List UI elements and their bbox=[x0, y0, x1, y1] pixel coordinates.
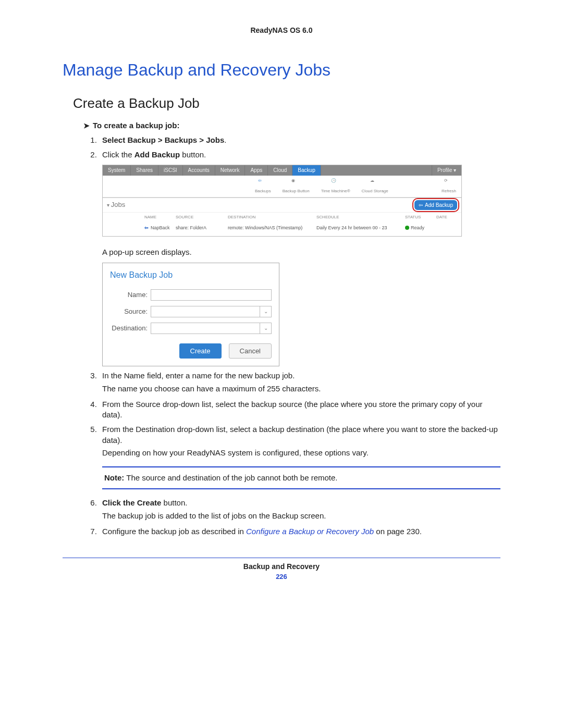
step-6: Click the Create button. The backup job … bbox=[99, 498, 500, 521]
heading-1: Manage Backup and Recovery Jobs bbox=[63, 60, 500, 80]
add-backup-icon: ⇦ bbox=[419, 202, 423, 209]
jobs-panel-header: Jobs ⇦ Add Backup bbox=[103, 198, 461, 213]
arrow-icon: ➤ bbox=[83, 121, 90, 130]
footer-rule bbox=[63, 558, 500, 558]
toolbar-backups[interactable]: ⇦ Backups bbox=[255, 178, 271, 194]
jobs-title: Jobs bbox=[107, 200, 125, 209]
table-row[interactable]: ⇦NapBack share: FolderA remote: Windows/… bbox=[103, 223, 461, 236]
name-label: Name: bbox=[110, 290, 151, 300]
popup-intro-text: A pop-up screen displays. bbox=[102, 247, 500, 257]
tab-backup[interactable]: Backup bbox=[292, 165, 321, 176]
tab-accounts[interactable]: Accounts bbox=[183, 165, 215, 176]
cancel-button[interactable]: Cancel bbox=[229, 343, 272, 359]
step-7: Configure the backup job as described in… bbox=[99, 526, 500, 537]
step-list: Select Backup > Backups > Jobs. Click th… bbox=[99, 135, 500, 537]
cloud-icon: ☁ bbox=[370, 178, 380, 188]
note-block: Note: The source and destination of the … bbox=[102, 466, 500, 489]
destination-field[interactable] bbox=[151, 323, 260, 334]
step-3: In the Name field, enter a name for the … bbox=[99, 371, 500, 394]
job-icon: ⇦ bbox=[144, 225, 149, 231]
toolbar: ⇦ Backups ◉ Backup Button 🕒 Time Machine… bbox=[103, 176, 461, 198]
footer-page-number: 226 bbox=[63, 573, 500, 581]
clock-icon: 🕒 bbox=[331, 178, 340, 188]
destination-label: Destination: bbox=[110, 324, 151, 333]
nav-tabs: System Shares iSCSI Accounts Network App… bbox=[103, 165, 461, 176]
step-2: Click the Add Backup button. System Shar… bbox=[99, 150, 500, 366]
refresh-icon: ⟳ bbox=[444, 178, 454, 188]
cross-ref-link[interactable]: Configure a Backup or Recovery Job bbox=[246, 527, 374, 536]
source-field[interactable] bbox=[151, 306, 260, 317]
profile-menu[interactable]: Profile ▾ bbox=[432, 165, 461, 176]
status-dot-icon bbox=[405, 226, 409, 230]
footer-section: Backup and Recovery bbox=[63, 562, 500, 571]
add-backup-button[interactable]: ⇦ Add Backup bbox=[414, 200, 457, 211]
tab-cloud[interactable]: Cloud bbox=[268, 165, 292, 176]
toolbar-time-machine[interactable]: 🕒 Time Machine® bbox=[321, 178, 350, 194]
create-button[interactable]: Create bbox=[179, 343, 222, 359]
name-field[interactable] bbox=[151, 289, 272, 301]
step-1: Select Backup > Backups > Jobs. bbox=[99, 135, 500, 145]
tab-system[interactable]: System bbox=[103, 165, 131, 176]
app-screenshot: System Shares iSCSI Accounts Network App… bbox=[102, 165, 462, 237]
tab-shares[interactable]: Shares bbox=[131, 165, 158, 176]
backups-icon: ⇦ bbox=[258, 178, 267, 188]
task-heading: ➤To create a backup job: bbox=[83, 121, 500, 130]
dialog-screenshot: New Backup Job Name: Source: ⌄ Destinati… bbox=[102, 263, 279, 366]
destination-dropdown-icon[interactable]: ⌄ bbox=[260, 323, 272, 334]
dialog-title: New Backup Job bbox=[110, 269, 272, 281]
step-4: From the Source drop-down list, select t… bbox=[99, 399, 500, 421]
source-dropdown-icon[interactable]: ⌄ bbox=[260, 306, 272, 317]
source-label: Source: bbox=[110, 307, 151, 316]
tab-network[interactable]: Network bbox=[215, 165, 246, 176]
heading-2: Create a Backup Job bbox=[73, 95, 500, 112]
toolbar-backup-button[interactable]: ◉ Backup Button bbox=[283, 178, 310, 194]
toolbar-refresh[interactable]: ⟳ Refresh bbox=[442, 178, 456, 194]
table-header: NAME SOURCE DESTINATION SCHEDULE STATUS … bbox=[103, 212, 461, 223]
backup-button-icon: ◉ bbox=[291, 178, 301, 188]
tab-apps[interactable]: Apps bbox=[245, 165, 268, 176]
tab-iscsi[interactable]: iSCSI bbox=[158, 165, 183, 176]
page-header: ReadyNAS OS 6.0 bbox=[63, 26, 500, 34]
toolbar-cloud-storage[interactable]: ☁ Cloud Storage bbox=[362, 178, 388, 194]
step-5: From the Destination drop-down list, sel… bbox=[99, 424, 500, 489]
